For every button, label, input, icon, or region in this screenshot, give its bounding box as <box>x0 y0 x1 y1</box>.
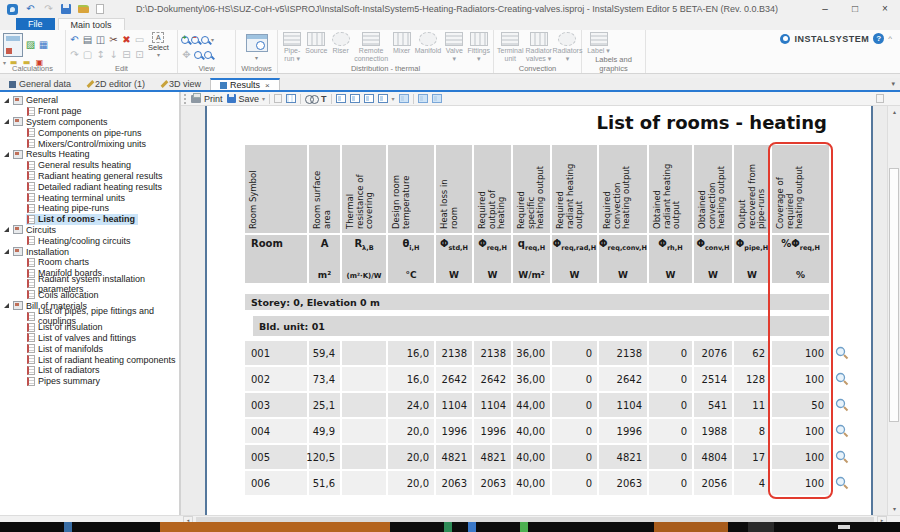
save-caret-icon[interactable]: ▾ <box>262 96 265 102</box>
options-gear-icon[interactable]: ▦ <box>38 39 49 51</box>
paste-icon[interactable]: ◫ <box>95 34 106 46</box>
print-button[interactable]: Print <box>191 94 223 104</box>
sidebar-item-list-of-radiators[interactable]: List of radiators <box>0 365 179 376</box>
sidebar-item-list-of-manifolds[interactable]: List of manifolds <box>0 343 179 354</box>
vertical-scrollbar[interactable]: ▴ ▾ <box>887 106 900 515</box>
sidebar-item-mixers-control-mixing-units[interactable]: Mixers/Control/mixing units <box>0 138 179 149</box>
row-detail-magnifier-icon[interactable] <box>831 419 853 443</box>
layout-three-icon[interactable] <box>364 94 374 103</box>
expand-arrow-icon[interactable] <box>4 249 9 254</box>
zoom-in-icon[interactable]: + <box>181 36 189 44</box>
scroll-up-icon[interactable]: ▴ <box>888 106 900 118</box>
sidebar-item-list-of-pipes-pipe-fittings-and-couplings[interactable]: List of pipes, pipe fittings and couplin… <box>0 311 179 322</box>
expand-arrow-icon[interactable] <box>4 98 9 103</box>
ribbon-item-radiator-valves[interactable]: Radiator valves ▾ <box>525 32 551 62</box>
split-icon[interactable]: ▢ <box>82 49 93 61</box>
sidebar-item-front-page[interactable]: Front page <box>0 106 179 117</box>
select-caret-icon[interactable]: ▾ <box>157 52 160 58</box>
fit-width-icon[interactable] <box>399 94 409 103</box>
view-caret-icon[interactable]: ▾ <box>211 37 214 43</box>
undo-icon[interactable]: ↶ <box>25 3 36 15</box>
sidebar-item-radiant-system-installation-parameters[interactable]: Radiant system installation parameters <box>0 279 179 290</box>
delete-icon[interactable]: ✖ <box>121 34 132 46</box>
help-icon[interactable]: ? <box>873 33 884 44</box>
align-v-icon[interactable]: ↕ <box>95 49 106 61</box>
list-view-icon[interactable] <box>418 94 428 103</box>
taskbar-icon[interactable] <box>444 522 452 532</box>
app-logo-icon[interactable] <box>7 4 18 15</box>
row-detail-magnifier-icon[interactable] <box>831 471 853 495</box>
row-detail-magnifier-icon[interactable] <box>831 367 853 391</box>
windows-caret-icon[interactable]: ▾ <box>255 55 258 61</box>
taskbar-icon[interactable] <box>64 522 72 532</box>
sidebar-item-list-of-valves-and-fittings[interactable]: List of valves and fittings <box>0 333 179 344</box>
transform-icon[interactable]: ▭ <box>134 34 145 46</box>
tab-close-icon[interactable]: × <box>265 81 270 90</box>
vertical-scroll-thumb[interactable] <box>889 168 899 422</box>
calculations-icon[interactable] <box>3 33 23 57</box>
sidebar-item-detailed-radiant-heating-results[interactable]: Detailed radiant heating results <box>0 181 179 192</box>
toolbar-overflow-icon[interactable] <box>876 94 884 103</box>
expand-arrow-icon[interactable] <box>4 303 9 308</box>
new-document-icon[interactable] <box>96 4 104 14</box>
windows-icon[interactable] <box>246 34 268 52</box>
taskbar-icon[interactable] <box>838 525 850 529</box>
tree-node-general[interactable]: General <box>0 95 179 106</box>
sidebar-item-room-charts[interactable]: Room charts <box>0 257 179 268</box>
close-button[interactable]: × <box>870 0 900 18</box>
row-detail-magnifier-icon[interactable] <box>831 393 853 417</box>
save-button[interactable]: Save ▾ <box>227 94 266 104</box>
ribbon-item-riser[interactable]: Riser <box>330 32 352 55</box>
zoom-extents-icon[interactable] <box>194 51 202 59</box>
layout-four-icon[interactable] <box>378 94 388 103</box>
ribbon-item-label[interactable]: Label ▾ <box>585 32 612 55</box>
taskbar-window-button[interactable] <box>654 522 728 532</box>
minimize-button[interactable]: – <box>810 0 840 18</box>
save-icon[interactable] <box>61 4 71 14</box>
export-icon[interactable] <box>274 94 282 103</box>
tab-results[interactable]: Results × <box>210 78 280 90</box>
sidebar-item-list-of-rooms-heating[interactable]: List of rooms - heating <box>0 214 179 225</box>
layout-caret-icon[interactable]: ▾ <box>392 96 395 102</box>
zoom-window-icon[interactable] <box>201 36 209 44</box>
taskbar-icon[interactable] <box>748 522 774 532</box>
taskbar-icon[interactable] <box>468 522 476 532</box>
ribbon-item-source[interactable]: Source <box>305 32 327 55</box>
tree-node-installation[interactable]: Installation <box>0 246 179 257</box>
undo-edit-icon[interactable]: ↶ <box>69 34 80 46</box>
ribbon-item-pipe-run[interactable]: Pipe-run ▾ <box>281 32 303 62</box>
table-view-icon[interactable] <box>286 94 296 103</box>
horizontal-scrollbar[interactable]: ◂ ▸ <box>0 515 900 522</box>
ribbon-item-radiators[interactable]: Radiators ▾ <box>554 32 581 62</box>
ribbon-collapse-icon[interactable]: ^ <box>888 34 892 43</box>
row-detail-magnifier-icon[interactable] <box>831 445 853 469</box>
sidebar-item-pipes-summary[interactable]: Pipes summary <box>0 376 179 387</box>
tab-file[interactable]: File <box>16 18 55 30</box>
sidebar-item-radiant-heating-general-results[interactable]: Radiant heating general results <box>0 171 179 182</box>
ribbon-item-valve[interactable]: Valve ▾ <box>443 32 465 62</box>
layout-two-icon[interactable] <box>350 94 360 103</box>
font-icon[interactable]: T <box>321 94 327 104</box>
detail-view-icon[interactable] <box>432 94 442 103</box>
zoom-out-icon[interactable]: − <box>191 36 199 44</box>
expand-arrow-icon[interactable] <box>4 119 9 124</box>
find-icon[interactable] <box>305 95 317 103</box>
tree-node-system-components[interactable]: System components <box>0 117 179 128</box>
mirror-icon[interactable]: ⊟ <box>121 49 132 61</box>
copy-icon[interactable]: ▤ <box>82 34 93 46</box>
row-detail-magnifier-icon[interactable] <box>831 341 853 365</box>
ribbon-item-mixer[interactable]: Mixer <box>390 32 412 55</box>
cut-icon[interactable]: ✂ <box>108 34 119 46</box>
ribbon-item-fittings[interactable]: Fittings ▾ <box>467 32 490 62</box>
tab-general-data[interactable]: General data <box>0 78 80 90</box>
tab-2d-editor[interactable]: 2D editor (1) <box>80 78 154 90</box>
sidebar-item-general-results-heating[interactable]: General results heating <box>0 160 179 171</box>
ribbon-item-remote-connection[interactable]: Remote connection <box>354 32 389 62</box>
ribbon-item-terminal-unit[interactable]: Terminal unit <box>497 32 523 62</box>
taskbar-icon[interactable] <box>520 522 528 532</box>
layout-one-icon[interactable] <box>336 94 346 103</box>
zoom-selection-icon[interactable] <box>204 51 212 59</box>
maximize-button[interactable]: □ <box>840 0 870 18</box>
tabs-overflow-icon[interactable]: ▾ <box>886 78 900 90</box>
sidebar-item-heating-pipe-runs[interactable]: Heating pipe-runs <box>0 203 179 214</box>
